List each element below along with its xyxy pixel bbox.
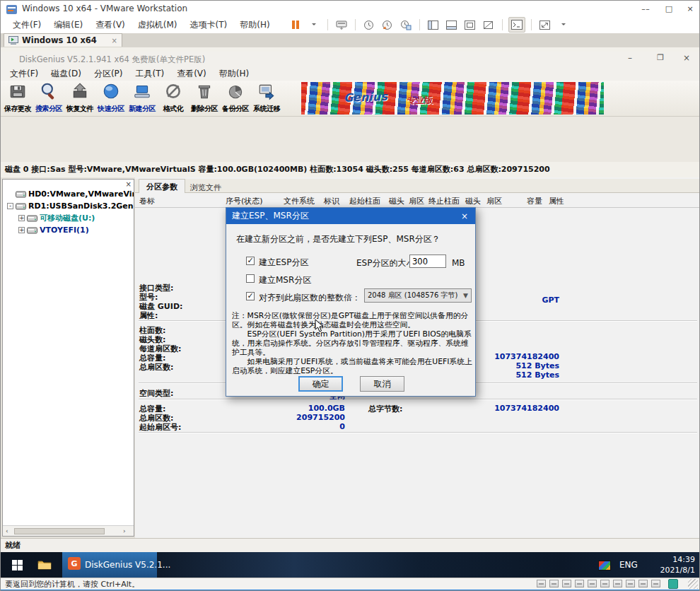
sector-align-dropdown[interactable]: 2048 扇区 (1048576 字节) ▼ xyxy=(364,288,472,303)
file-explorer-button[interactable] xyxy=(37,559,52,573)
dg-menu-item-5[interactable]: 帮助(H) xyxy=(213,66,255,81)
vmware-menu-item-2[interactable]: 查看(V) xyxy=(89,17,132,33)
cancel-button[interactable]: 取消 xyxy=(360,376,404,392)
tree-expander-icon[interactable]: + xyxy=(18,215,25,221)
show-thumbnail-bar-icon[interactable] xyxy=(444,18,460,32)
dg-minimize-button[interactable]: – xyxy=(619,53,641,63)
dg-menu-item-4[interactable]: 查看(V) xyxy=(170,66,213,81)
scrollbar-thumb[interactable] xyxy=(14,528,105,534)
dg-menu-item-2[interactable]: 分区(P) xyxy=(88,66,129,81)
tree-item-3[interactable]: +VTOYEFI(1) xyxy=(3,224,134,236)
column-header-6[interactable]: 扇区 xyxy=(409,196,424,206)
scroll-right-icon[interactable]: › xyxy=(123,527,126,534)
send-ctrl-alt-del-icon[interactable] xyxy=(334,18,349,32)
tree-item-1[interactable]: -RD1:USBSanDisk3.2Gen1 (29G xyxy=(3,200,134,212)
display-color-tray-icon[interactable] xyxy=(598,561,611,570)
tab-close-icon[interactable]: × xyxy=(112,37,117,45)
hard-disk-icon[interactable] xyxy=(537,580,546,587)
console-view-icon[interactable] xyxy=(508,17,525,33)
hard-disk2-icon[interactable] xyxy=(626,580,635,587)
vm-tab-icon xyxy=(8,34,18,47)
column-header-0[interactable]: 卷标 xyxy=(139,196,155,206)
taskbar-clock[interactable]: 14:39 2021/8/1 xyxy=(646,554,695,575)
recover-files-button[interactable]: 恢复文件 xyxy=(64,81,95,116)
vmware-menu-item-5[interactable]: 帮助(H) xyxy=(233,17,276,33)
esp-size-input[interactable] xyxy=(409,254,446,268)
revert-snapshot-icon[interactable] xyxy=(380,18,395,32)
dg-menu-item-1[interactable]: 磁盘(D) xyxy=(45,66,88,81)
horizontal-scrollbar[interactable]: ‹ › xyxy=(3,525,134,536)
hard-disk3-icon[interactable] xyxy=(638,580,648,587)
language-indicator[interactable]: ENG xyxy=(619,560,638,570)
vmware-menu-item-1[interactable]: 编辑(E) xyxy=(47,17,89,33)
stretch-guest-icon[interactable] xyxy=(537,18,553,32)
scroll-left-icon[interactable]: ‹ xyxy=(6,527,8,534)
tree-item-0[interactable]: HD0:VMware,VMwareVirtualS xyxy=(3,188,134,200)
pause-icon[interactable] xyxy=(288,18,303,32)
esp-checkbox[interactable]: ✓ xyxy=(246,257,255,265)
column-header-8[interactable]: 磁头 xyxy=(465,196,481,206)
vmware-menu-item-3[interactable]: 虚拟机(M) xyxy=(132,17,184,33)
notification-icon[interactable] xyxy=(668,579,678,589)
delete-partition-button[interactable]: 删除分区 xyxy=(189,81,220,116)
promo-banner[interactable]: Genius 专业版 xyxy=(301,82,604,115)
column-header-3[interactable]: 标识 xyxy=(324,196,339,206)
diskgenius-title: DiskGenius V5.2.1.941 x64 免费版(单文件PE版) xyxy=(19,54,205,65)
minimize-button[interactable]: – xyxy=(637,1,658,17)
display-icon[interactable] xyxy=(651,580,660,587)
taskbar-diskgenius-button[interactable]: G DiskGenius V5.2.1... xyxy=(62,552,157,578)
msr-checkbox[interactable] xyxy=(246,274,255,283)
cd-rom-icon[interactable] xyxy=(549,580,559,587)
vmware-menu-item-0[interactable]: 文件(F) xyxy=(6,17,47,33)
tree-item-label: HD0:VMware,VMwareVirtualS xyxy=(28,189,134,199)
column-header-10[interactable]: 容量 xyxy=(527,196,542,206)
close-button[interactable]: × xyxy=(679,1,700,17)
dg-menu-item-3[interactable]: 工具(T) xyxy=(129,66,170,81)
printer-icon[interactable] xyxy=(575,580,584,587)
column-header-9[interactable]: 扇区 xyxy=(486,196,502,206)
vm-tab-label: Windows 10 x64 xyxy=(22,35,108,45)
manage-snapshots-icon[interactable] xyxy=(398,18,414,32)
tree-expander-icon[interactable]: - xyxy=(7,203,13,209)
panel-close-icon[interactable]: × xyxy=(126,180,132,188)
backup-partition-button[interactable]: 备份分区 xyxy=(220,81,251,116)
show-library-icon[interactable] xyxy=(426,18,441,32)
tab-partition-params[interactable]: 分区参数 xyxy=(139,179,185,193)
vm-tab-windows10[interactable]: Windows 10 x64 × xyxy=(4,33,122,47)
caret-down-icon[interactable] xyxy=(306,18,322,32)
unity-mode-icon[interactable] xyxy=(481,18,496,32)
maximize-button[interactable]: □ xyxy=(658,1,679,17)
column-header-11[interactable]: 属性 xyxy=(549,196,564,206)
format-button[interactable]: 格式化 xyxy=(158,81,189,116)
network-adapter-icon[interactable] xyxy=(562,580,571,587)
system-migrate-button[interactable]: 系统迁移 xyxy=(251,81,282,116)
dg-restore-button[interactable]: ❐ xyxy=(650,53,671,62)
take-snapshot-icon[interactable] xyxy=(361,18,377,32)
fullscreen-icon[interactable] xyxy=(462,18,478,32)
delete-partition-icon xyxy=(195,82,214,103)
dg-close-button[interactable]: × xyxy=(676,53,697,63)
quick-partition-button[interactable]: 快速分区 xyxy=(95,81,127,116)
save-changes-button[interactable]: 保存更改 xyxy=(2,81,33,116)
ok-button[interactable]: 确定 xyxy=(298,376,343,392)
sound-icon[interactable] xyxy=(588,580,597,587)
tool-label: 系统迁移 xyxy=(253,104,280,114)
tab-browse-files[interactable]: 浏览文件 xyxy=(183,180,228,193)
start-button[interactable] xyxy=(1,552,33,578)
dialog-close-icon[interactable]: × xyxy=(454,208,475,224)
column-header-1[interactable]: 序号(状态) xyxy=(226,196,263,206)
usb-device-icon[interactable] xyxy=(600,580,609,587)
dg-menu-item-0[interactable]: 文件(F) xyxy=(4,66,45,81)
column-header-4[interactable]: 起始柱面 xyxy=(349,196,380,206)
align-checkbox[interactable]: ✓ xyxy=(246,292,255,300)
column-header-5[interactable]: 磁头 xyxy=(389,196,404,206)
tree-expander-icon[interactable]: + xyxy=(18,227,25,233)
column-header-2[interactable]: 文件系统 xyxy=(284,196,315,206)
column-header-7[interactable]: 终止柱面 xyxy=(428,196,460,206)
tree-item-2[interactable]: +可移动磁盘(U:) xyxy=(3,212,134,224)
caret-down-icon[interactable] xyxy=(556,18,571,32)
search-partition-button[interactable]: 搜索分区 xyxy=(33,81,64,116)
vmware-menu-item-4[interactable]: 选项卡(T) xyxy=(184,17,234,33)
new-partition-button[interactable]: 新建分区 xyxy=(127,81,158,116)
usb-device2-icon[interactable] xyxy=(613,580,622,587)
